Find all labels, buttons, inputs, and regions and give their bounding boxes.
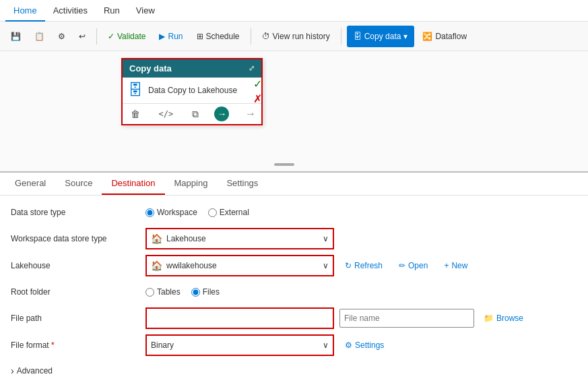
file-path-row: File path wwi-raw-data 📁 Browse	[11, 307, 577, 329]
copy-data-node[interactable]: Copy data ⤢ 🗄 Data Copy to Lakehouse 🗑 <…	[121, 58, 263, 125]
bottom-panel: General Source Destination Mapping Setti…	[0, 171, 588, 387]
canvas-area[interactable]: Copy data ⤢ 🗄 Data Copy to Lakehouse 🗑 <…	[0, 51, 588, 171]
run-button[interactable]: ▶ Run	[154, 26, 188, 47]
external-radio-option[interactable]: External	[208, 208, 249, 217]
workspace-data-store-type-controls: 🏠 Lakehouse ∨	[145, 228, 577, 249]
refresh-icon: ↻	[345, 261, 352, 270]
node-delete-button[interactable]: 🗑	[128, 107, 143, 121]
settings-icon: ⚙	[58, 32, 65, 41]
save-icon: 💾	[11, 32, 21, 41]
menu-home[interactable]: Home	[5, 0, 45, 22]
node-error-icon: ✗	[251, 92, 264, 105]
copy-data-label: Copy data	[364, 32, 401, 41]
lakehouse-db-icon: 🏠	[151, 233, 162, 244]
external-radio[interactable]	[208, 208, 217, 217]
tab-settings[interactable]: Settings	[217, 173, 267, 195]
workspace-data-store-type-label: Workspace data store type	[11, 234, 145, 243]
advanced-section[interactable]: › Advanced	[11, 361, 577, 380]
required-star: *	[51, 340, 55, 350]
sep1	[96, 28, 97, 44]
undo-button[interactable]: ↩	[73, 26, 91, 47]
files-radio-option[interactable]: Files	[191, 287, 220, 297]
file-format-value: Binary	[151, 340, 174, 350]
copy-node-wrapper: Copy data ⤢ 🗄 Data Copy to Lakehouse 🗑 <…	[121, 58, 263, 125]
main-content: Copy data ⤢ 🗄 Data Copy to Lakehouse 🗑 <…	[0, 51, 588, 387]
node-expand-icon: ⤢	[249, 64, 255, 73]
lakehouse-row: Lakehouse 🏠 wwilakehouse ∨	[11, 255, 577, 276]
copy-data-icon: 🗄	[354, 32, 362, 41]
dataflow-label: Dataflow	[435, 32, 467, 41]
dataflow-icon: 🔀	[422, 32, 432, 41]
menu-activities[interactable]: Activities	[45, 0, 96, 22]
node-side-icons: ✓ ✗	[251, 77, 264, 105]
clock-icon: ⏱	[262, 32, 270, 41]
lakehouse-dropdown[interactable]: 🏠 wwilakehouse ∨	[147, 256, 333, 275]
copy-data-button[interactable]: 🗄 Copy data ▾	[347, 26, 415, 47]
workspace-radio[interactable]	[145, 208, 154, 217]
data-store-type-row: Data store type Workspace External	[11, 202, 577, 222]
play-icon: ▶	[159, 32, 165, 41]
clone-button[interactable]: 📋	[29, 26, 50, 47]
format-settings-icon: ⚙	[345, 340, 352, 350]
menu-run[interactable]: Run	[96, 0, 128, 22]
refresh-label: Refresh	[354, 261, 383, 270]
validate-label: Validate	[117, 32, 145, 41]
menu-view[interactable]: View	[128, 0, 163, 22]
sep2	[251, 28, 251, 44]
check-icon: ✓	[108, 32, 115, 41]
tab-destination[interactable]: Destination	[102, 173, 164, 195]
toolbar: 💾 📋 ⚙ ↩ ✓ Validate ▶ Run ⊞ Schedule ⏱ Vi…	[0, 22, 588, 51]
tables-radio-option[interactable]: Tables	[145, 287, 181, 297]
root-folder-label: Root folder	[11, 287, 145, 297]
tables-radio[interactable]	[145, 288, 154, 297]
file-name-input[interactable]	[339, 309, 474, 328]
tables-label: Tables	[157, 287, 181, 297]
node-copy-button[interactable]: ⧉	[189, 107, 201, 121]
external-radio-label: External	[220, 208, 249, 217]
root-folder-controls: Tables Files	[145, 287, 577, 297]
open-label: Open	[408, 261, 428, 270]
file-input-group: 📁 Browse	[339, 309, 529, 328]
workspace-radio-option[interactable]: Workspace	[145, 208, 197, 217]
data-store-type-label: Data store type	[11, 208, 145, 217]
dataflow-button[interactable]: 🔀 Dataflow	[417, 26, 472, 47]
copy-node-actions: 🗑 </> ⧉ → →	[123, 104, 261, 124]
lakehouse-icon: 🏠	[151, 260, 162, 271]
workspace-data-store-type-dropdown[interactable]: 🏠 Lakehouse ∨	[147, 229, 333, 248]
validate-button[interactable]: ✓ Validate	[102, 26, 151, 47]
new-button[interactable]: + New	[438, 258, 473, 273]
tab-general[interactable]: General	[5, 173, 55, 195]
schedule-label: Schedule	[206, 32, 240, 41]
settings-button[interactable]: ⚙	[53, 26, 71, 47]
files-radio[interactable]	[191, 288, 200, 297]
browse-button[interactable]: 📁 Browse	[478, 311, 529, 326]
bottom-tabs: General Source Destination Mapping Setti…	[0, 173, 588, 196]
format-settings-button[interactable]: ⚙ Settings	[339, 338, 389, 353]
node-code-button[interactable]: </>	[156, 108, 176, 120]
sep3	[341, 28, 341, 44]
dropdown-inner: 🏠 Lakehouse	[151, 233, 206, 244]
file-format-row: File format * Binary ∨ ⚙ Settings	[11, 334, 577, 356]
tab-mapping[interactable]: Mapping	[165, 173, 218, 195]
file-format-dropdown[interactable]: Binary ∨	[147, 336, 333, 355]
root-folder-row: Root folder Tables Files	[11, 282, 577, 302]
file-path-controls: wwi-raw-data 📁 Browse	[145, 307, 577, 329]
open-button[interactable]: ✏ Open	[393, 258, 433, 273]
tab-source[interactable]: Source	[55, 173, 102, 195]
file-path-label: File path	[11, 314, 145, 323]
clone-icon: 📋	[34, 32, 44, 41]
workspace-radio-label: Workspace	[157, 208, 197, 217]
schedule-button[interactable]: ⊞ Schedule	[191, 26, 245, 47]
history-label: View run history	[273, 32, 330, 41]
node-go-button[interactable]: →	[214, 107, 229, 121]
format-settings-label: Settings	[355, 340, 384, 350]
history-button[interactable]: ⏱ View run history	[257, 26, 335, 47]
copy-node-body: 🗄 Data Copy to Lakehouse	[123, 78, 261, 104]
new-label: New	[451, 261, 467, 270]
copy-node-title: Copy data	[129, 63, 172, 73]
file-path-input[interactable]: wwi-raw-data	[147, 309, 333, 328]
refresh-button[interactable]: ↻ Refresh	[339, 258, 388, 273]
advanced-label: Advanced	[17, 366, 53, 376]
workspace-data-store-type-row: Workspace data store type 🏠 Lakehouse ∨	[11, 228, 577, 249]
save-button[interactable]: 💾	[5, 26, 26, 47]
